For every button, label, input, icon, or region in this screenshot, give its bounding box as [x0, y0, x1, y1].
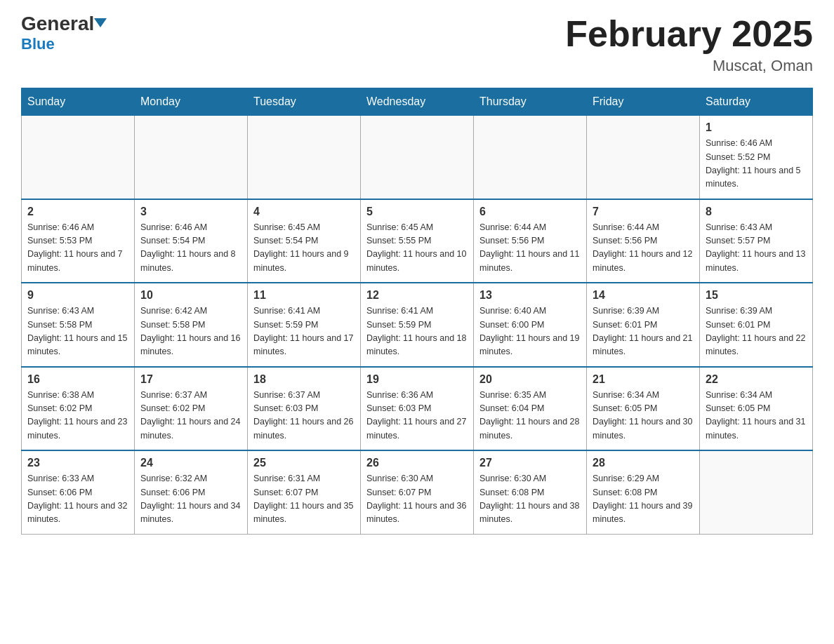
calendar-cell: 18Sunrise: 6:37 AM Sunset: 6:03 PM Dayli… [248, 367, 361, 451]
calendar-cell: 10Sunrise: 6:42 AM Sunset: 5:58 PM Dayli… [135, 283, 248, 367]
month-title: February 2025 [565, 14, 813, 54]
logo: General Blue [21, 14, 94, 53]
weekday-sunday: Sunday [22, 88, 135, 116]
location: Muscat, Oman [565, 57, 813, 75]
day-info: Sunrise: 6:37 AM Sunset: 6:03 PM Dayligh… [253, 389, 355, 443]
day-number: 3 [140, 206, 241, 218]
day-number: 20 [479, 373, 581, 386]
calendar-cell: 28Sunrise: 6:29 AM Sunset: 6:08 PM Dayli… [587, 450, 700, 534]
day-info: Sunrise: 6:34 AM Sunset: 6:05 PM Dayligh… [706, 389, 807, 443]
day-number: 12 [366, 289, 468, 302]
calendar-cell: 2Sunrise: 6:46 AM Sunset: 5:53 PM Daylig… [22, 199, 135, 283]
calendar-cell: 4Sunrise: 6:45 AM Sunset: 5:54 PM Daylig… [248, 199, 361, 283]
calendar-cell: 9Sunrise: 6:43 AM Sunset: 5:58 PM Daylig… [22, 283, 135, 367]
day-info: Sunrise: 6:35 AM Sunset: 6:04 PM Dayligh… [479, 389, 581, 443]
calendar-cell [248, 116, 361, 199]
day-number: 10 [140, 289, 241, 302]
day-number: 7 [593, 206, 694, 218]
calendar-cell: 16Sunrise: 6:38 AM Sunset: 6:02 PM Dayli… [22, 367, 135, 451]
day-number: 6 [479, 206, 581, 218]
weekday-header-row: SundayMondayTuesdayWednesdayThursdayFrid… [22, 88, 813, 116]
day-info: Sunrise: 6:32 AM Sunset: 6:06 PM Dayligh… [140, 472, 241, 527]
day-info: Sunrise: 6:30 AM Sunset: 6:07 PM Dayligh… [366, 472, 468, 527]
day-info: Sunrise: 6:45 AM Sunset: 5:55 PM Dayligh… [366, 221, 468, 276]
calendar-cell [700, 450, 813, 534]
day-info: Sunrise: 6:46 AM Sunset: 5:53 PM Dayligh… [27, 221, 128, 276]
calendar: SundayMondayTuesdayWednesdayThursdayFrid… [21, 88, 813, 535]
day-info: Sunrise: 6:29 AM Sunset: 6:08 PM Dayligh… [593, 472, 694, 527]
day-info: Sunrise: 6:41 AM Sunset: 5:59 PM Dayligh… [253, 304, 355, 359]
day-number: 28 [593, 457, 694, 469]
calendar-cell: 3Sunrise: 6:46 AM Sunset: 5:54 PM Daylig… [135, 199, 248, 283]
logo-bottom: Blue [21, 35, 55, 53]
day-info: Sunrise: 6:44 AM Sunset: 5:56 PM Dayligh… [593, 221, 694, 276]
day-info: Sunrise: 6:42 AM Sunset: 5:58 PM Dayligh… [140, 304, 241, 359]
calendar-cell: 24Sunrise: 6:32 AM Sunset: 6:06 PM Dayli… [135, 450, 248, 534]
day-info: Sunrise: 6:30 AM Sunset: 6:08 PM Dayligh… [479, 472, 581, 527]
day-info: Sunrise: 6:37 AM Sunset: 6:02 PM Dayligh… [140, 389, 241, 443]
calendar-cell [22, 116, 135, 199]
calendar-cell: 5Sunrise: 6:45 AM Sunset: 5:55 PM Daylig… [361, 199, 474, 283]
day-number: 17 [140, 373, 241, 386]
day-number: 27 [479, 457, 581, 469]
weekday-monday: Monday [135, 88, 248, 116]
day-number: 14 [593, 289, 694, 302]
calendar-week-4: 16Sunrise: 6:38 AM Sunset: 6:02 PM Dayli… [22, 367, 813, 451]
calendar-cell: 13Sunrise: 6:40 AM Sunset: 6:00 PM Dayli… [474, 283, 587, 367]
calendar-cell: 14Sunrise: 6:39 AM Sunset: 6:01 PM Dayli… [587, 283, 700, 367]
weekday-wednesday: Wednesday [361, 88, 474, 116]
calendar-cell [474, 116, 587, 199]
day-info: Sunrise: 6:40 AM Sunset: 6:00 PM Dayligh… [479, 304, 581, 359]
day-info: Sunrise: 6:41 AM Sunset: 5:59 PM Dayligh… [366, 304, 468, 359]
day-number: 9 [27, 289, 128, 302]
calendar-cell: 25Sunrise: 6:31 AM Sunset: 6:07 PM Dayli… [248, 450, 361, 534]
day-number: 25 [253, 457, 355, 469]
day-info: Sunrise: 6:44 AM Sunset: 5:56 PM Dayligh… [479, 221, 581, 276]
day-number: 23 [27, 457, 128, 469]
calendar-week-2: 2Sunrise: 6:46 AM Sunset: 5:53 PM Daylig… [22, 199, 813, 283]
calendar-cell: 12Sunrise: 6:41 AM Sunset: 5:59 PM Dayli… [361, 283, 474, 367]
day-info: Sunrise: 6:31 AM Sunset: 6:07 PM Dayligh… [253, 472, 355, 527]
day-number: 11 [253, 289, 355, 302]
day-info: Sunrise: 6:36 AM Sunset: 6:03 PM Dayligh… [366, 389, 468, 443]
day-number: 24 [140, 457, 241, 469]
calendar-week-3: 9Sunrise: 6:43 AM Sunset: 5:58 PM Daylig… [22, 283, 813, 367]
day-number: 19 [366, 373, 468, 386]
calendar-cell: 20Sunrise: 6:35 AM Sunset: 6:04 PM Dayli… [474, 367, 587, 451]
calendar-cell: 22Sunrise: 6:34 AM Sunset: 6:05 PM Dayli… [700, 367, 813, 451]
day-number: 13 [479, 289, 581, 302]
day-number: 8 [706, 206, 807, 218]
day-number: 16 [27, 373, 128, 386]
calendar-cell: 7Sunrise: 6:44 AM Sunset: 5:56 PM Daylig… [587, 199, 700, 283]
day-number: 5 [366, 206, 468, 218]
calendar-cell: 17Sunrise: 6:37 AM Sunset: 6:02 PM Dayli… [135, 367, 248, 451]
calendar-cell: 8Sunrise: 6:43 AM Sunset: 5:57 PM Daylig… [700, 199, 813, 283]
day-number: 26 [366, 457, 468, 469]
day-number: 18 [253, 373, 355, 386]
day-info: Sunrise: 6:43 AM Sunset: 5:57 PM Dayligh… [706, 221, 807, 276]
calendar-cell: 27Sunrise: 6:30 AM Sunset: 6:08 PM Dayli… [474, 450, 587, 534]
calendar-cell: 19Sunrise: 6:36 AM Sunset: 6:03 PM Dayli… [361, 367, 474, 451]
day-info: Sunrise: 6:46 AM Sunset: 5:52 PM Dayligh… [706, 137, 807, 192]
day-number: 22 [706, 373, 807, 386]
day-number: 1 [706, 121, 807, 134]
calendar-cell: 11Sunrise: 6:41 AM Sunset: 5:59 PM Dayli… [248, 283, 361, 367]
day-info: Sunrise: 6:39 AM Sunset: 6:01 PM Dayligh… [593, 304, 694, 359]
day-info: Sunrise: 6:46 AM Sunset: 5:54 PM Dayligh… [140, 221, 241, 276]
calendar-cell [587, 116, 700, 199]
weekday-friday: Friday [587, 88, 700, 116]
page-header: General Blue February 2025 Muscat, Oman [21, 14, 813, 75]
day-number: 21 [593, 373, 694, 386]
calendar-week-5: 23Sunrise: 6:33 AM Sunset: 6:06 PM Dayli… [22, 450, 813, 534]
day-info: Sunrise: 6:39 AM Sunset: 6:01 PM Dayligh… [706, 304, 807, 359]
weekday-saturday: Saturday [700, 88, 813, 116]
day-number: 15 [706, 289, 807, 302]
day-info: Sunrise: 6:33 AM Sunset: 6:06 PM Dayligh… [27, 472, 128, 527]
day-info: Sunrise: 6:43 AM Sunset: 5:58 PM Dayligh… [27, 304, 128, 359]
calendar-week-1: 1Sunrise: 6:46 AM Sunset: 5:52 PM Daylig… [22, 116, 813, 199]
weekday-tuesday: Tuesday [248, 88, 361, 116]
day-number: 2 [27, 206, 128, 218]
calendar-cell: 23Sunrise: 6:33 AM Sunset: 6:06 PM Dayli… [22, 450, 135, 534]
logo-top: General [21, 14, 94, 34]
calendar-cell: 21Sunrise: 6:34 AM Sunset: 6:05 PM Dayli… [587, 367, 700, 451]
